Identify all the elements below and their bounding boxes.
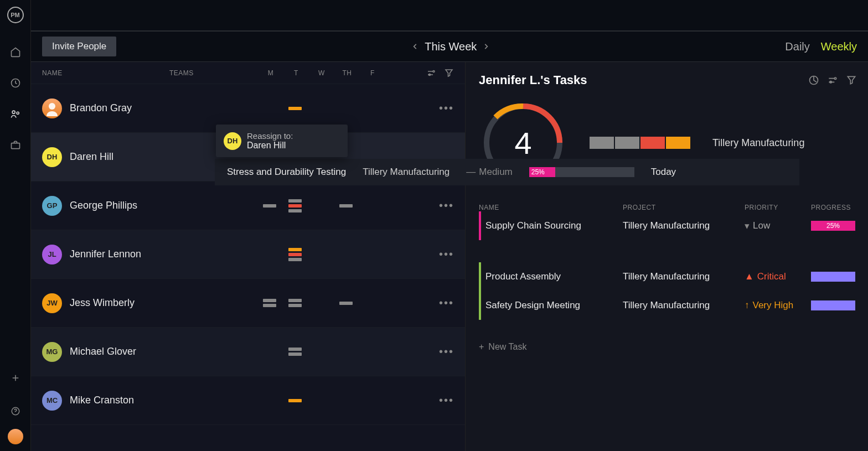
more-icon[interactable]: ••• [439, 394, 454, 407]
person-row[interactable]: JW Jess Wimberly ••• [31, 279, 465, 328]
person-name: Daren Hill [70, 151, 113, 163]
dragged-task-card[interactable]: Stress and Durability Testing Tillery Ma… [215, 159, 799, 185]
tasks-panel: Jennifer L.'s Tasks 4 [465, 62, 868, 451]
workload-bars [257, 376, 308, 424]
task-row[interactable]: Product Assembly Tillery Manufacturing ▲… [479, 262, 868, 291]
invite-people-button[interactable]: Invite People [42, 37, 116, 56]
settings-icon[interactable] [426, 68, 436, 78]
nav-help-icon[interactable] [0, 396, 31, 427]
workload-bars [257, 279, 359, 327]
task-project: Tillery Manufacturing [363, 167, 450, 178]
workload-bars [257, 230, 308, 278]
more-icon[interactable]: ••• [439, 297, 454, 309]
col-day-f: F [360, 69, 385, 77]
avatar: MG [42, 342, 62, 362]
col-name: NAME [42, 69, 169, 77]
col-teams: TEAMS [169, 69, 258, 77]
arrow-up-icon: ↑ [745, 300, 750, 311]
thdr-priority: PRIORITY [745, 204, 811, 211]
person-name: Mike Cranston [70, 395, 134, 406]
task-progress [811, 272, 857, 282]
task-row[interactable]: Supply Chain Sourcing Tillery Manufactur… [479, 211, 868, 240]
thdr-name: NAME [479, 204, 623, 211]
week-label: This Week [425, 40, 477, 53]
reassign-label: Reassign to: [247, 131, 293, 141]
task-due: Today [651, 167, 676, 178]
nav-clock-icon[interactable] [0, 68, 31, 99]
week-navigator: This Week [411, 40, 490, 53]
person-row[interactable]: JL Jennifer Lennon ••• [31, 230, 465, 279]
workload-bars [257, 182, 359, 230]
task-name: Product Assembly [481, 271, 623, 282]
person-name: Brandon Gray [70, 102, 132, 114]
person-name: Jess Wimberly [70, 297, 135, 309]
task-project: Tillery Manufacturing [623, 220, 745, 231]
avatar: DH [224, 132, 241, 150]
people-list-header: NAME TEAMS M T W TH F [31, 62, 465, 84]
person-name: George Phillips [70, 200, 137, 211]
filter-icon[interactable] [846, 75, 857, 86]
task-name: Safety Design Meeting [481, 300, 623, 311]
prev-week-icon[interactable] [411, 43, 419, 50]
nav-briefcase-icon[interactable] [0, 129, 31, 160]
svg-rect-3 [11, 143, 19, 149]
col-day-t: T [283, 69, 309, 77]
task-priority: ▲ Critical [745, 271, 811, 282]
view-toggle: Daily Weekly [785, 40, 857, 53]
workload-bars [257, 328, 308, 376]
people-panel: NAME TEAMS M T W TH F Brandon Gray [31, 62, 465, 451]
nav-people-icon[interactable] [0, 99, 31, 129]
main: Invite People This Week Daily Weekly NAM… [31, 0, 868, 451]
fire-icon: ▲ [745, 271, 754, 282]
view-weekly[interactable]: Weekly [821, 40, 857, 53]
nav-home-icon[interactable] [0, 37, 31, 68]
task-priority: — Medium [466, 167, 512, 178]
task-progress [811, 300, 857, 310]
view-daily[interactable]: Daily [785, 40, 809, 53]
task-project: Tillery Manufacturing [623, 271, 745, 282]
reassign-target: Daren Hill [247, 141, 293, 151]
dash-icon: — [466, 167, 476, 178]
filter-icon[interactable] [444, 68, 454, 78]
plus-icon: + [479, 342, 484, 352]
svg-point-9 [834, 77, 836, 79]
avatar: JW [42, 293, 62, 313]
next-week-icon[interactable] [482, 43, 490, 50]
color-palette [590, 137, 690, 149]
person-row[interactable]: GP George Phillips ••• [31, 182, 465, 230]
task-progress: 25% [811, 221, 857, 231]
more-icon[interactable]: ••• [439, 345, 454, 358]
person-name: Michael Glover [70, 346, 136, 357]
new-task-button[interactable]: + New Task [479, 342, 868, 352]
task-progress: 25% [529, 167, 634, 177]
app-logo: PM [7, 7, 24, 23]
person-row[interactable]: MG Michael Glover ••• [31, 328, 465, 376]
thdr-progress: PROGRESS [811, 204, 857, 211]
avatar: DH [42, 147, 62, 167]
reassign-tooltip: DH Reassign to: Daren Hill [216, 125, 348, 157]
avatar: GP [42, 196, 62, 216]
more-icon[interactable]: ••• [439, 102, 454, 115]
task-priority: ↑ Very High [745, 300, 811, 311]
col-day-th: TH [334, 69, 360, 77]
topbar: Invite People This Week Daily Weekly [31, 31, 868, 62]
thdr-project: PROJECT [623, 204, 745, 211]
nav-sidebar: PM [0, 0, 31, 451]
task-name: Stress and Durability Testing [227, 167, 346, 178]
svg-point-5 [433, 70, 435, 72]
task-name: Supply Chain Sourcing [481, 220, 623, 231]
task-row[interactable]: Safety Design Meeting Tillery Manufactur… [479, 291, 868, 320]
chart-icon[interactable] [808, 75, 819, 86]
more-icon[interactable]: ••• [439, 199, 454, 212]
col-day-w: W [309, 69, 334, 77]
settings-icon[interactable] [827, 75, 838, 86]
task-priority: ▾ Low [745, 220, 811, 232]
svg-point-2 [17, 112, 19, 114]
nav-add-icon[interactable] [0, 362, 31, 393]
more-icon[interactable]: ••• [439, 248, 454, 261]
current-user-avatar[interactable] [8, 429, 23, 444]
avatar: JL [42, 245, 62, 265]
project-legend: Tillery Manufacturing [712, 137, 804, 149]
person-row[interactable]: MC Mike Cranston ••• [31, 376, 465, 425]
avatar: MC [42, 391, 62, 411]
